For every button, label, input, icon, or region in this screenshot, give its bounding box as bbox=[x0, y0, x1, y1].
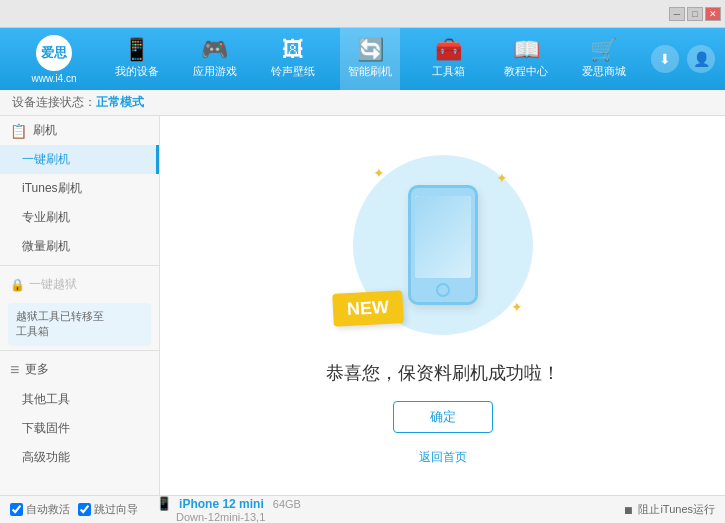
success-title: 恭喜您，保资料刷机成功啦！ bbox=[326, 361, 560, 385]
sidebar-item-pro-flash[interactable]: 专业刷机 bbox=[0, 203, 159, 232]
new-badge-text: NEW bbox=[346, 297, 389, 319]
maximize-button[interactable]: □ bbox=[687, 7, 703, 21]
new-badge: NEW bbox=[332, 290, 404, 327]
nav-wallpaper-label: 铃声壁纸 bbox=[271, 64, 315, 79]
download-firmware-label: 下载固件 bbox=[22, 421, 70, 435]
auto-rescue-checkbox-label[interactable]: 自动救活 bbox=[10, 502, 70, 517]
device-icon: 📱 bbox=[156, 496, 172, 511]
itunes-flash-label: iTunes刷机 bbox=[22, 181, 82, 195]
download-button[interactable]: ⬇ bbox=[651, 45, 679, 73]
status-label: 设备连接状态： bbox=[12, 94, 96, 111]
nav-tutorial[interactable]: 📖 教程中心 bbox=[496, 28, 556, 90]
nav-apps-label: 应用游戏 bbox=[193, 64, 237, 79]
tutorial-icon: 📖 bbox=[513, 39, 540, 61]
nav-toolbox-label: 工具箱 bbox=[432, 64, 465, 79]
sparkle-icon-1: ✦ bbox=[373, 165, 385, 181]
skip-wizard-label: 跳过向导 bbox=[94, 502, 138, 517]
bottom-bar: 自动救活 跳过向导 📱 iPhone 12 mini 64GB Down-12m… bbox=[0, 495, 725, 523]
jailbreak-notice-text: 越狱工具已转移至工具箱 bbox=[16, 310, 104, 337]
close-button[interactable]: ✕ bbox=[705, 7, 721, 21]
sidebar-divider-2 bbox=[0, 350, 159, 351]
logo-area: 爱思 www.i4.cn bbox=[10, 35, 98, 84]
sidebar-jailbreak-notice: 越狱工具已转移至工具箱 bbox=[8, 303, 151, 346]
auto-rescue-label: 自动救活 bbox=[26, 502, 70, 517]
device-name: iPhone 12 mini bbox=[179, 497, 264, 511]
device-info: 📱 iPhone 12 mini 64GB Down-12mini-13,1 bbox=[156, 496, 301, 523]
flash-section-label: 刷机 bbox=[33, 122, 57, 139]
sidebar-item-one-click-flash[interactable]: 一键刷机 bbox=[0, 145, 159, 174]
phone-home-button bbox=[436, 283, 450, 297]
device-storage: 64GB bbox=[273, 498, 301, 510]
nav-smart-flash[interactable]: 🔄 智能刷机 bbox=[340, 28, 400, 90]
more-section-label: 更多 bbox=[25, 361, 49, 378]
status-bar: 设备连接状态： 正常模式 bbox=[0, 90, 725, 116]
success-card: ✦ ✦ ✦ NEW 恭喜您，保资料刷机成功啦！ 确定 返回首页 bbox=[326, 145, 560, 466]
one-click-flash-label: 一键刷机 bbox=[22, 152, 70, 166]
sidebar-item-advanced[interactable]: 高级功能 bbox=[0, 443, 159, 472]
nav-smart-flash-label: 智能刷机 bbox=[348, 64, 392, 79]
nav-store-label: 爱思商城 bbox=[582, 64, 626, 79]
nav-toolbox[interactable]: 🧰 工具箱 bbox=[418, 28, 478, 90]
content-area: ✦ ✦ ✦ NEW 恭喜您，保资料刷机成功啦！ 确定 返回首页 bbox=[160, 116, 725, 495]
sidebar: 📋 刷机 一键刷机 iTunes刷机 专业刷机 微量刷机 🔒 一键越狱 越狱工具… bbox=[0, 116, 160, 495]
itunes-stop-button[interactable]: ⏹ 阻止iTunes运行 bbox=[623, 502, 715, 517]
status-value: 正常模式 bbox=[96, 94, 144, 111]
nav-tutorial-label: 教程中心 bbox=[504, 64, 548, 79]
nav-wallpaper[interactable]: 🖼 铃声壁纸 bbox=[263, 28, 323, 90]
logo-url: www.i4.cn bbox=[31, 73, 76, 84]
header: 爱思 www.i4.cn 📱 我的设备 🎮 应用游戏 🖼 铃声壁纸 🔄 智能刷机… bbox=[0, 28, 725, 90]
nav-store[interactable]: 🛒 爱思商城 bbox=[574, 28, 634, 90]
advanced-label: 高级功能 bbox=[22, 450, 70, 464]
nav-my-device[interactable]: 📱 我的设备 bbox=[107, 28, 167, 90]
sidebar-section-more: ≡ 更多 bbox=[0, 355, 159, 385]
device-system: Down-12mini-13,1 bbox=[176, 511, 265, 523]
sidebar-item-itunes-flash[interactable]: iTunes刷机 bbox=[0, 174, 159, 203]
main-layout: 📋 刷机 一键刷机 iTunes刷机 专业刷机 微量刷机 🔒 一键越狱 越狱工具… bbox=[0, 116, 725, 495]
skip-wizard-checkbox-label[interactable]: 跳过向导 bbox=[78, 502, 138, 517]
nav-right-buttons: ⬇ 👤 bbox=[651, 45, 715, 73]
my-device-icon: 📱 bbox=[123, 39, 150, 61]
more-section-icon: ≡ bbox=[10, 361, 19, 379]
phone-body bbox=[408, 185, 478, 305]
phone-illustration: ✦ ✦ ✦ NEW bbox=[343, 145, 543, 345]
sidebar-divider-1 bbox=[0, 265, 159, 266]
wallpaper-icon: 🖼 bbox=[282, 39, 304, 61]
other-tools-label: 其他工具 bbox=[22, 392, 70, 406]
bottom-left: 自动救活 跳过向导 📱 iPhone 12 mini 64GB Down-12m… bbox=[10, 496, 301, 523]
lock-icon: 🔒 bbox=[10, 278, 25, 292]
phone-screen bbox=[415, 196, 471, 278]
nav-my-device-label: 我的设备 bbox=[115, 64, 159, 79]
window-controls: ─ □ ✕ bbox=[669, 7, 721, 21]
pro-flash-label: 专业刷机 bbox=[22, 210, 70, 224]
return-link[interactable]: 返回首页 bbox=[419, 449, 467, 466]
skip-wizard-checkbox[interactable] bbox=[78, 503, 91, 516]
sidebar-item-micro-flash[interactable]: 微量刷机 bbox=[0, 232, 159, 261]
user-button[interactable]: 👤 bbox=[687, 45, 715, 73]
title-bar: ─ □ ✕ bbox=[0, 0, 725, 28]
nav-apps[interactable]: 🎮 应用游戏 bbox=[185, 28, 245, 90]
toolbox-icon: 🧰 bbox=[435, 39, 462, 61]
flash-section-icon: 📋 bbox=[10, 123, 27, 139]
itunes-stop-label: 阻止iTunes运行 bbox=[638, 502, 715, 517]
jailbreak-label: 一键越狱 bbox=[29, 276, 77, 293]
nav-items: 📱 我的设备 🎮 应用游戏 🖼 铃声壁纸 🔄 智能刷机 🧰 工具箱 📖 教程中心… bbox=[98, 28, 643, 90]
sidebar-section-jailbreak: 🔒 一键越狱 bbox=[0, 270, 159, 299]
micro-flash-label: 微量刷机 bbox=[22, 239, 70, 253]
confirm-button[interactable]: 确定 bbox=[393, 401, 493, 433]
auto-rescue-checkbox[interactable] bbox=[10, 503, 23, 516]
logo-icon: 爱思 bbox=[36, 35, 72, 71]
smart-flash-icon: 🔄 bbox=[357, 39, 384, 61]
sidebar-item-other-tools[interactable]: 其他工具 bbox=[0, 385, 159, 414]
apps-icon: 🎮 bbox=[201, 39, 228, 61]
sparkle-icon-2: ✦ bbox=[496, 170, 508, 186]
store-icon: 🛒 bbox=[590, 39, 617, 61]
sidebar-section-flash: 📋 刷机 bbox=[0, 116, 159, 145]
sparkle-icon-3: ✦ bbox=[511, 299, 523, 315]
sidebar-item-download-firmware[interactable]: 下载固件 bbox=[0, 414, 159, 443]
minimize-button[interactable]: ─ bbox=[669, 7, 685, 21]
itunes-stop-icon: ⏹ bbox=[623, 504, 634, 516]
